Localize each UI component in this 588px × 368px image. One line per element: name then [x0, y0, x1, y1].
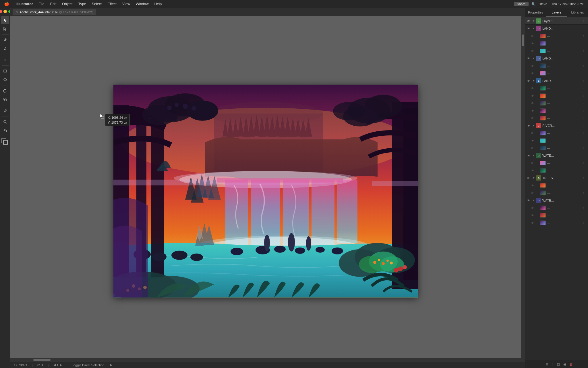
layer-vis[interactable]: 👁	[529, 47, 535, 55]
layer-vis[interactable]: 👁	[529, 167, 535, 174]
menubar-search-icon[interactable]: 🔍	[530, 2, 537, 6]
layer-vis[interactable]: 👁	[525, 174, 531, 182]
layer-item[interactable]: 👁 ▼ G LAND... ○	[525, 55, 588, 62]
vscroll-thumb[interactable]	[522, 34, 524, 46]
layer-lock[interactable]: ○	[581, 71, 586, 76]
layer-lock[interactable]: ○	[581, 131, 586, 135]
layer-lock[interactable]: ○	[581, 153, 586, 158]
layer-lock[interactable]: ○	[581, 176, 586, 180]
layer-expand[interactable]: ▼	[531, 77, 536, 85]
menu-window[interactable]: Window	[133, 0, 151, 8]
layer-item[interactable]: 👁 — ○	[525, 159, 588, 167]
layer-lock[interactable]: ○	[581, 161, 586, 165]
layer-item[interactable]: 👁 — ○	[525, 40, 588, 47]
tab-layers[interactable]: Layers	[546, 8, 567, 17]
layer-lock[interactable]: ○	[581, 183, 586, 188]
layer-vis[interactable]: 👁	[529, 92, 535, 99]
layer-lock[interactable]: ○	[581, 213, 586, 218]
artboard-nav[interactable]: ◀ 1 ▶	[53, 363, 62, 367]
layer-expand[interactable]: ▼	[531, 197, 536, 204]
pen-tool[interactable]	[1, 36, 9, 44]
layer-item[interactable]: 👁 — ○	[525, 137, 588, 144]
menu-edit[interactable]: Edit	[47, 0, 59, 8]
scale-tool[interactable]	[1, 95, 9, 103]
layer-item[interactable]: 👁 — ○	[525, 62, 588, 70]
eyedropper-tool[interactable]	[1, 107, 9, 115]
layer-vis[interactable]: 👁	[529, 137, 535, 144]
layer-item[interactable]: 👁 — ○	[525, 107, 588, 114]
layer-vis[interactable]: 👁	[529, 159, 535, 167]
pencil-tool[interactable]	[1, 45, 9, 53]
menu-type[interactable]: Type	[76, 0, 89, 8]
menu-effect[interactable]: Effect	[105, 0, 119, 8]
layer-vis[interactable]: 👁	[529, 99, 535, 107]
layer-item[interactable]: 👁 — ○	[525, 47, 588, 55]
layer-lock[interactable]: ○	[581, 221, 586, 225]
menu-view[interactable]: View	[119, 0, 133, 8]
ellipse-tool[interactable]	[1, 76, 9, 84]
layer-lock[interactable]: ○	[581, 146, 586, 150]
layer-lock[interactable]: ○	[581, 49, 586, 53]
more-tools-button[interactable]: ⋯	[1, 358, 9, 366]
layer-vis[interactable]: 👁	[529, 219, 535, 227]
apple-menu[interactable]: 🍎	[0, 1, 13, 7]
rotate-tool[interactable]	[1, 87, 9, 95]
layer-item[interactable]: 👁 — ○	[525, 99, 588, 107]
layer-item[interactable]: 👁 — ○	[525, 129, 588, 137]
layer-vis[interactable]: 👁	[529, 70, 535, 77]
layer-visibility-icon[interactable]: 👁	[525, 17, 531, 25]
layer-item[interactable]: 👁 ▼ G WATE... ○	[525, 197, 588, 204]
layer-lock[interactable]: ○	[581, 138, 586, 143]
create-sublayer-button[interactable]: ⊕	[546, 362, 548, 366]
layer-lock[interactable]: ○	[581, 123, 586, 128]
layer-expand[interactable]: ▼	[531, 25, 536, 32]
direct-selection-tool[interactable]	[1, 25, 9, 33]
layer-item[interactable]: 👁 — ○	[525, 219, 588, 227]
more-tools[interactable]: ⋯	[1, 358, 9, 368]
fill-stroke-indicator[interactable]	[1, 138, 9, 146]
prev-artboard-icon[interactable]: ◀	[53, 363, 56, 367]
layer-item[interactable]: 👁 — ○	[525, 70, 588, 77]
layer-vis[interactable]: 👁	[529, 40, 535, 47]
layer-item[interactable]: 👁 — ○	[525, 167, 588, 174]
hand-tool[interactable]	[1, 126, 9, 135]
layer-lock[interactable]: ○	[581, 206, 586, 210]
layer-row-top[interactable]: 👁 ▼ L Layer 1 ○	[525, 17, 588, 25]
zoom-dropdown-icon[interactable]: ▾	[26, 363, 27, 367]
layer-lock[interactable]: ○	[581, 191, 586, 195]
layer-vis[interactable]: 👁	[525, 25, 531, 32]
zoom-control[interactable]: 17.78% ▾	[14, 363, 27, 367]
document-tab[interactable]: ✕ AdobeStock_444686758.ai @ 17.78 % (RGB…	[13, 9, 96, 15]
layer-item[interactable]: 👁 ▼ G LAND... ○	[525, 25, 588, 32]
layer-item[interactable]: 👁 ▼ G WATE... ○	[525, 152, 588, 159]
layer-vis[interactable]: 👁	[525, 55, 531, 62]
layer-lock[interactable]: ○	[581, 168, 586, 173]
play-icon[interactable]: ▶	[110, 363, 112, 367]
minimize-button[interactable]	[3, 10, 7, 13]
rotation-control[interactable]: 0° ▾	[37, 363, 43, 367]
rectangle-tool[interactable]	[1, 67, 9, 75]
layer-vis[interactable]: 👁	[529, 32, 535, 40]
template-button[interactable]: ◻	[557, 362, 560, 366]
horizontal-scrollbar[interactable]	[10, 358, 525, 362]
create-layer-button[interactable]: +	[540, 362, 542, 366]
layer-vis[interactable]: 👁	[525, 122, 531, 129]
type-tool[interactable]: T	[1, 56, 9, 64]
layer-vis[interactable]: 👁	[529, 129, 535, 137]
layer-lock[interactable]: ○	[581, 101, 586, 106]
menu-object[interactable]: Object	[59, 0, 75, 8]
app-menu-illustrator[interactable]: Illustrator	[13, 0, 36, 8]
layer-lock[interactable]: ○	[581, 93, 586, 98]
layer-vis[interactable]: 👁	[529, 189, 535, 197]
layer-vis[interactable]: 👁	[529, 62, 535, 70]
menu-select[interactable]: Select	[89, 0, 105, 8]
hscroll-thumb[interactable]	[33, 359, 51, 361]
layer-lock[interactable]: ○	[581, 116, 586, 120]
layer-lock[interactable]: ○	[581, 86, 586, 91]
layer-vis[interactable]: 👁	[529, 212, 535, 219]
layer-lock[interactable]: ○	[581, 108, 586, 113]
layer-item[interactable]: 👁 — ○	[525, 92, 588, 99]
layer-lock[interactable]: ○	[581, 26, 586, 31]
layer-expand[interactable]: ▼	[531, 122, 536, 129]
layer-item[interactable]: 👁 ▼ G RIVER... ○	[525, 122, 588, 129]
